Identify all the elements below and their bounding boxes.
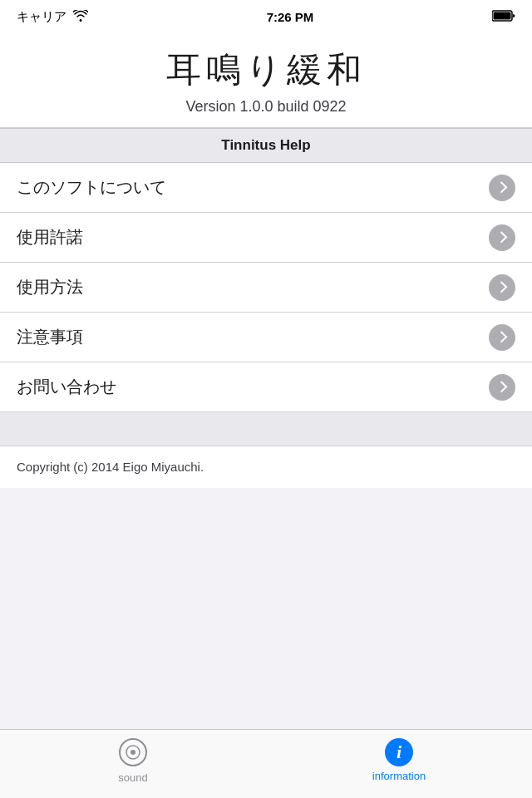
menu-item-contact[interactable]: お問い合わせ bbox=[0, 362, 532, 412]
tab-sound-label: sound bbox=[118, 771, 147, 784]
menu-label-about: このソフトについて bbox=[17, 176, 166, 199]
menu-table: このソフトについて 使用許諾 使用方法 注意事項 お問い合わせ bbox=[0, 163, 532, 412]
chevron-icon-notes bbox=[489, 324, 515, 351]
menu-label-license: 使用許諾 bbox=[17, 226, 83, 249]
section-header-text: Tinnitus Help bbox=[17, 137, 515, 154]
battery-icon bbox=[492, 10, 515, 24]
svg-rect-1 bbox=[493, 12, 510, 19]
information-icon: i bbox=[385, 738, 413, 766]
menu-item-notes[interactable]: 注意事項 bbox=[0, 313, 532, 362]
menu-item-about[interactable]: このソフトについて bbox=[0, 163, 532, 213]
chevron-icon-usage bbox=[489, 274, 515, 301]
app-header: 耳鳴り緩和 Version 1.0.0 build 0922 bbox=[0, 33, 532, 128]
menu-label-notes: 注意事項 bbox=[17, 326, 83, 348]
app-version: Version 1.0.0 build 0922 bbox=[17, 98, 515, 116]
tab-information[interactable]: i information bbox=[266, 738, 532, 791]
copyright-text: Copyright (c) 2014 Eigo Miyauchi. bbox=[17, 460, 204, 474]
section-header: Tinnitus Help bbox=[0, 128, 532, 163]
wifi-icon bbox=[73, 10, 88, 24]
status-bar: キャリア 7:26 PM bbox=[0, 0, 532, 33]
chevron-icon-about bbox=[489, 175, 515, 201]
copyright-section: Copyright (c) 2014 Eigo Miyauchi. bbox=[0, 446, 532, 488]
sound-icon bbox=[117, 736, 149, 768]
chevron-icon-license bbox=[489, 224, 515, 251]
tab-bar: sound i information bbox=[0, 729, 532, 798]
menu-label-usage: 使用方法 bbox=[17, 276, 83, 298]
section-spacer bbox=[0, 412, 532, 446]
menu-item-usage[interactable]: 使用方法 bbox=[0, 263, 532, 313]
status-bar-left: キャリア bbox=[17, 9, 88, 25]
carrier-label: キャリア bbox=[17, 9, 66, 25]
chevron-icon-contact bbox=[489, 374, 515, 401]
tab-sound[interactable]: sound bbox=[0, 736, 266, 792]
svg-point-4 bbox=[131, 750, 135, 755]
menu-item-license[interactable]: 使用許諾 bbox=[0, 213, 532, 263]
tab-information-label: information bbox=[372, 770, 426, 782]
menu-label-contact: お問い合わせ bbox=[17, 376, 116, 398]
app-title: 耳鳴り緩和 bbox=[17, 47, 515, 93]
status-time: 7:26 PM bbox=[267, 10, 314, 24]
